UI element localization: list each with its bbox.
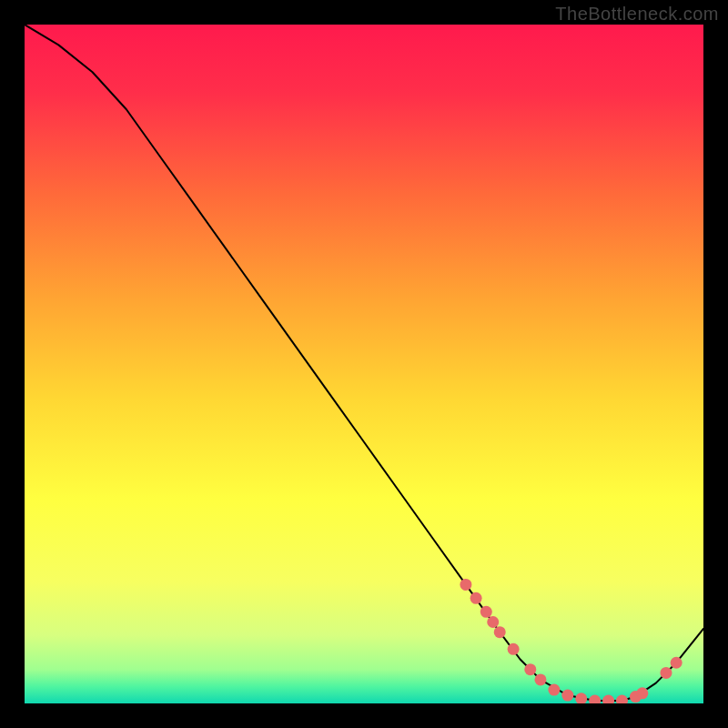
highlight-dot bbox=[494, 626, 506, 638]
watermark-label: TheBottleneck.com bbox=[555, 4, 719, 25]
highlight-dot bbox=[487, 616, 499, 628]
chart-container: TheBottleneck.com bbox=[0, 0, 728, 728]
highlight-dot bbox=[671, 657, 682, 669]
plot-area bbox=[25, 25, 703, 703]
highlight-dot bbox=[508, 643, 520, 655]
highlight-dot bbox=[534, 673, 546, 685]
highlight-dot bbox=[561, 690, 573, 702]
chart-svg bbox=[25, 25, 703, 703]
highlight-dot bbox=[548, 684, 560, 696]
highlight-dot bbox=[460, 579, 471, 591]
highlight-dot bbox=[480, 606, 492, 618]
gradient-background bbox=[25, 25, 703, 703]
highlight-dot bbox=[636, 687, 648, 699]
highlight-dot bbox=[660, 667, 672, 679]
highlight-dot bbox=[470, 592, 482, 604]
highlight-dot bbox=[524, 663, 536, 675]
